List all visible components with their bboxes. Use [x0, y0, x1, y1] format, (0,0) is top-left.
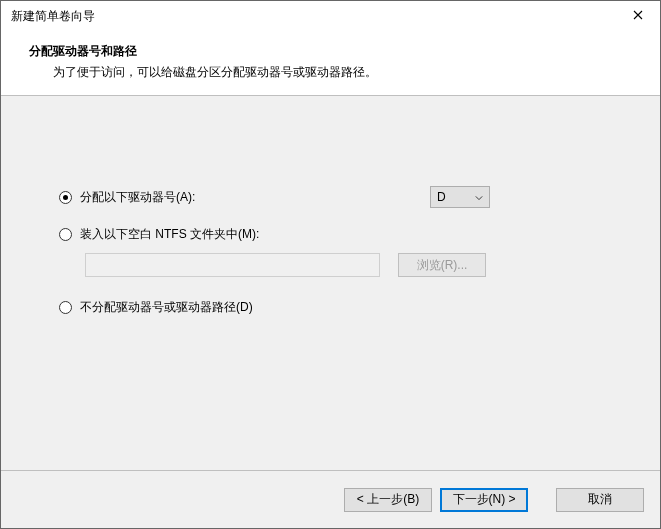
header-area: 分配驱动器号和路径 为了便于访问，可以给磁盘分区分配驱动器号或驱动器路径。 — [1, 31, 660, 95]
back-button[interactable]: < 上一步(B) — [344, 488, 432, 512]
titlebar: 新建简单卷向导 — [1, 1, 660, 31]
page-subheading: 为了便于访问，可以给磁盘分区分配驱动器号或驱动器路径。 — [1, 64, 660, 81]
close-icon — [633, 9, 643, 23]
next-button[interactable]: 下一步(N) > — [440, 488, 528, 512]
browse-button: 浏览(R)... — [398, 253, 486, 277]
cancel-button[interactable]: 取消 — [556, 488, 644, 512]
drive-letter-value: D — [437, 190, 475, 204]
window-title: 新建简单卷向导 — [1, 8, 615, 25]
option-assign-row: 分配以下驱动器号(A): D — [59, 186, 620, 208]
option-mount-label: 装入以下空白 NTFS 文件夹中(M): — [80, 226, 259, 243]
close-button[interactable] — [615, 1, 660, 31]
chevron-down-icon — [475, 190, 483, 204]
mount-sub-row: 浏览(R)... — [85, 253, 620, 277]
footer: < 上一步(B) 下一步(N) > 取消 — [1, 470, 660, 528]
options-group: 分配以下驱动器号(A): D 装入以下空白 NTFS 文件夹中(M): 浏览(R… — [1, 96, 660, 316]
page-heading: 分配驱动器号和路径 — [1, 43, 660, 60]
mount-path-input — [85, 253, 380, 277]
radio-assign-drive[interactable] — [59, 191, 72, 204]
content-area: 分配以下驱动器号(A): D 装入以下空白 NTFS 文件夹中(M): 浏览(R… — [1, 96, 660, 470]
radio-mount-folder[interactable] — [59, 228, 72, 241]
wizard-window: 新建简单卷向导 分配驱动器号和路径 为了便于访问，可以给磁盘分区分配驱动器号或驱… — [0, 0, 661, 529]
drive-letter-select[interactable]: D — [430, 186, 490, 208]
option-none-label: 不分配驱动器号或驱动器路径(D) — [80, 299, 253, 316]
option-none-row: 不分配驱动器号或驱动器路径(D) — [59, 299, 620, 316]
option-mount-row: 装入以下空白 NTFS 文件夹中(M): — [59, 226, 620, 243]
radio-no-assign[interactable] — [59, 301, 72, 314]
option-assign-label: 分配以下驱动器号(A): — [80, 189, 195, 206]
